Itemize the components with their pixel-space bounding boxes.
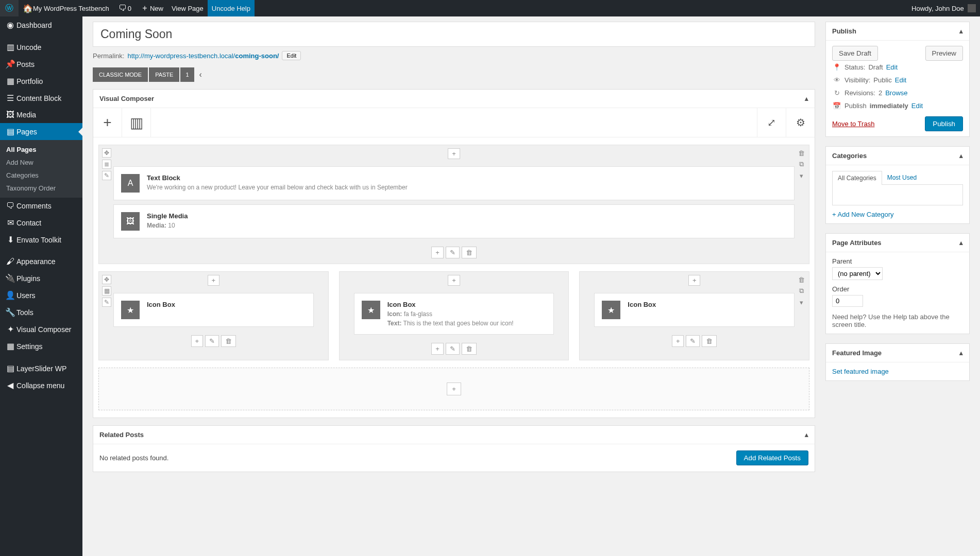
sidebar-item-contentblock[interactable]: ☰Content Block [0,90,82,107]
submenu-all-pages[interactable]: All Pages [0,143,82,156]
set-featured-image-link[interactable]: Set featured image [832,368,889,375]
sidebar-item-posts[interactable]: 📌Posts [0,56,82,73]
history-count-button[interactable]: 1 [180,67,194,82]
user-icon: 👤 [4,290,16,300]
category-list[interactable] [832,185,963,205]
sidebar-item-layerslider[interactable]: ▤LayerSlider WP [0,360,82,377]
vc-add-column[interactable]: + [448,148,460,159]
permalink-url[interactable]: http://my-wordpress-testbench.local/comi… [127,52,279,60]
sidebar-item-vc[interactable]: ✦Visual Composer [0,321,82,338]
tab-all-categories[interactable]: All Categories [832,171,882,185]
paste-button[interactable]: PASTE [149,67,179,82]
submenu-add-new[interactable]: Add New [0,156,82,169]
vc-add-column[interactable]: + [688,275,701,286]
status-edit-link[interactable]: Edit [886,63,898,71]
columns-icon[interactable]: ≣ [102,160,111,169]
row-add[interactable]: + [431,247,444,258]
vc-element-iconbox-1[interactable]: ★ Icon Box [113,293,314,327]
sidebar-item-appearance[interactable]: 🖌Appearance [0,253,82,270]
vc-element-textblock[interactable]: A Text Block We're working on a new prod… [113,166,795,200]
trash-icon[interactable]: 🗑 [797,275,806,284]
chevron-left-icon[interactable]: ‹ [195,68,206,81]
vc-add-row-button[interactable]: + [447,383,461,395]
sidebar-item-media[interactable]: 🖾Media [0,107,82,123]
preview-button[interactable]: Preview [925,46,963,61]
submenu-categories[interactable]: Categories [0,169,82,182]
move-to-trash[interactable]: Move to Trash [832,120,874,128]
wp-logo[interactable]: ⓦ [0,0,19,16]
permalink-edit-button[interactable]: Edit [282,51,301,60]
sidebar-item-pages[interactable]: ▤Pages [0,123,82,140]
new-content-link[interactable]: +New [136,0,167,16]
sidebar-item-plugins[interactable]: 🔌Plugins [0,270,82,287]
uncode-help-link[interactable]: Uncode Help [208,0,255,16]
row-edit[interactable]: ✎ [446,247,460,258]
page-title[interactable]: Coming Soon [100,27,807,41]
clone-icon[interactable]: ⧉ [797,160,806,169]
featured-toggle[interactable]: ▴ [959,349,963,357]
vc-fullscreen[interactable]: ⤢ [757,108,786,137]
publish-button[interactable]: Publish [925,116,963,131]
row-edit[interactable]: ✎ [205,335,219,347]
site-name-link[interactable]: 🏠My WordPress Testbench [19,0,113,16]
attrs-toggle[interactable]: ▴ [959,239,963,247]
vc-panel-header: Visual Composer ▴ [93,90,815,108]
sidebar-item-users[interactable]: 👤Users [0,287,82,304]
publish-toggle[interactable]: ▴ [959,27,963,35]
add-new-category-link[interactable]: + Add New Category [832,211,894,218]
tab-most-used[interactable]: Most Used [882,171,922,185]
chevron-down-icon[interactable]: ▾ [797,298,806,307]
clone-icon[interactable]: ⧉ [797,286,806,296]
move-icon[interactable]: ✥ [102,148,111,158]
vc-templates[interactable]: ▥ [122,108,151,137]
howdy-user[interactable]: Howdy, John Doe [907,0,980,16]
row-edit[interactable]: ✎ [446,343,460,355]
row-delete[interactable]: 🗑 [702,335,717,347]
vc-element-iconbox-3[interactable]: ★ Icon Box [594,293,795,327]
vc-panel-toggle[interactable]: ▴ [805,95,808,102]
revisions-browse-link[interactable]: Browse [885,89,907,97]
schedule-edit-link[interactable]: Edit [911,102,923,110]
row-delete[interactable]: 🗑 [221,335,236,347]
row-add[interactable]: + [431,343,444,355]
vc-settings[interactable]: ⚙ [786,108,815,137]
row-add[interactable]: + [672,335,684,347]
layers-icon: ▤ [4,363,16,373]
row-edit[interactable]: ✎ [686,335,700,347]
sidebar-collapse[interactable]: ◀Collapse menu [0,377,82,394]
add-related-button[interactable]: Add Related Posts [736,450,808,465]
related-toggle[interactable]: ▴ [805,431,808,439]
order-input[interactable] [832,295,863,307]
edit-icon[interactable]: ✎ [102,298,111,307]
sidebar-item-portfolio[interactable]: ▦Portfolio [0,73,82,90]
sidebar-item-envato[interactable]: ⬇Envato Toolkit [0,231,82,248]
columns-icon[interactable]: ▦ [102,286,111,296]
visibility-edit-link[interactable]: Edit [895,76,906,84]
vc-add-element[interactable]: + [93,108,122,137]
vc-element-singlemedia[interactable]: 🖼 Single Media Media: 10 [113,204,795,238]
parent-select[interactable]: (no parent) [832,267,883,280]
chevron-down-icon[interactable]: ▾ [797,171,806,180]
sidebar-item-dashboard[interactable]: ◉Dashboard [0,16,82,33]
sidebar-item-comments[interactable]: 🗨Comments [0,198,82,214]
save-draft-button[interactable]: Save Draft [832,46,878,61]
vc-add-column[interactable]: + [448,275,460,286]
publish-title: Publish [832,27,856,35]
sidebar-item-uncode[interactable]: ▥Uncode [0,39,82,56]
move-icon[interactable]: ✥ [102,275,111,284]
categories-toggle[interactable]: ▴ [959,152,963,160]
row-delete[interactable]: 🗑 [462,343,477,355]
sidebar-item-tools[interactable]: 🔧Tools [0,304,82,321]
sidebar-item-settings[interactable]: ▦Settings [0,338,82,355]
vc-element-iconbox-2[interactable]: ★ Icon Box Icon: fa fa-glass Text: This … [354,293,554,335]
sidebar-item-contact[interactable]: ✉Contact [0,214,82,231]
vc-add-column[interactable]: + [208,275,220,286]
row-add[interactable]: + [191,335,204,347]
edit-icon[interactable]: ✎ [102,171,111,180]
view-page-link[interactable]: View Page [167,0,208,16]
submenu-taxonomy-order[interactable]: Taxonomy Order [0,182,82,195]
comments-link[interactable]: 🗨0 [113,0,136,16]
classic-mode-button[interactable]: CLASSIC MODE [93,67,148,82]
row-delete[interactable]: 🗑 [462,247,477,258]
trash-icon[interactable]: 🗑 [797,148,806,158]
